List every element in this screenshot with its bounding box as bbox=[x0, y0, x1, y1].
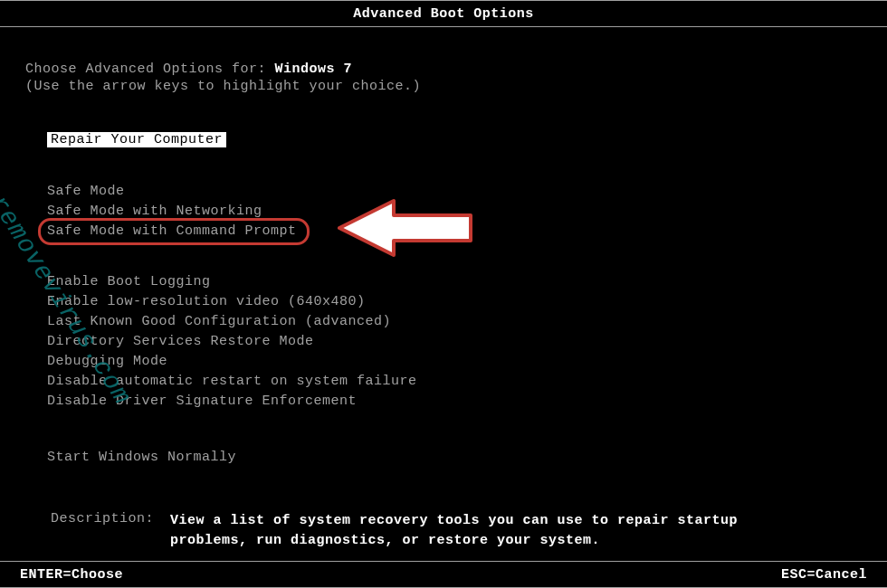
menu-item-disable-driver-sig[interactable]: Disable Driver Signature Enforcement bbox=[47, 392, 862, 412]
footer-bar: ENTER=Choose ESC=Cancel bbox=[0, 561, 887, 588]
footer-enter-hint: ENTER=Choose bbox=[20, 567, 123, 583]
menu-item-safe-mode[interactable]: Safe Mode bbox=[47, 182, 862, 202]
menu-item-directory-restore[interactable]: Directory Services Restore Mode bbox=[47, 332, 862, 352]
selected-option-row[interactable]: Repair Your Computer bbox=[25, 132, 862, 147]
menu-item-low-res-video[interactable]: Enable low-resolution video (640x480) bbox=[47, 292, 862, 312]
safe-mode-group: Safe Mode Safe Mode with Networking Safe… bbox=[25, 182, 862, 242]
menu-item-debugging-mode[interactable]: Debugging Mode bbox=[47, 352, 862, 372]
menu-item-last-known-good[interactable]: Last Known Good Configuration (advanced) bbox=[47, 312, 862, 332]
choose-os-name: Windows 7 bbox=[275, 62, 353, 77]
normal-group: Start Windows Normally bbox=[25, 448, 862, 468]
menu-item-safe-mode-networking[interactable]: Safe Mode with Networking bbox=[47, 202, 862, 222]
description-text: View a list of system recovery tools you… bbox=[170, 511, 786, 551]
arrow-keys-hint: (Use the arrow keys to highlight your ch… bbox=[25, 79, 862, 94]
menu-item-disable-auto-restart[interactable]: Disable automatic restart on system fail… bbox=[47, 372, 862, 392]
description-label: Description: bbox=[51, 511, 170, 551]
footer-esc-hint: ESC=Cancel bbox=[781, 567, 867, 583]
choose-line: Choose Advanced Options for: Windows 7 bbox=[25, 62, 862, 77]
title-text: Advanced Boot Options bbox=[353, 6, 534, 22]
selected-option[interactable]: Repair Your Computer bbox=[47, 132, 226, 147]
menu-item-boot-logging[interactable]: Enable Boot Logging bbox=[47, 272, 862, 292]
main-content: Choose Advanced Options for: Windows 7 (… bbox=[0, 27, 887, 551]
title-bar: Advanced Boot Options bbox=[0, 0, 887, 27]
menu-item-label: Safe Mode with Command Prompt bbox=[47, 223, 297, 239]
advanced-group: Enable Boot Logging Enable low-resolutio… bbox=[25, 272, 862, 412]
menu-item-start-normally[interactable]: Start Windows Normally bbox=[47, 448, 862, 468]
description-row: Description: View a list of system recov… bbox=[25, 511, 862, 551]
menu-item-safe-mode-command-prompt[interactable]: Safe Mode with Command Prompt bbox=[47, 222, 297, 242]
choose-prefix: Choose Advanced Options for: bbox=[25, 62, 275, 77]
